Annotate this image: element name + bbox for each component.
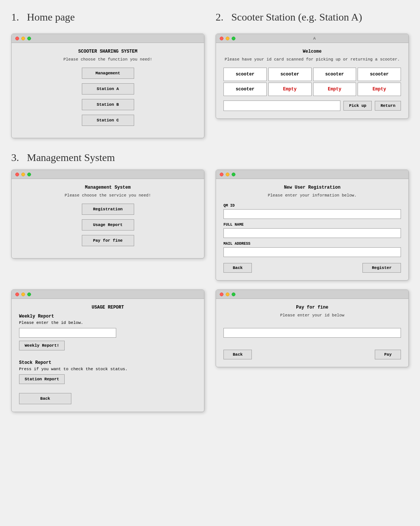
reg-actions: Back Register	[223, 263, 401, 273]
management-button[interactable]: Management	[82, 68, 134, 79]
usage-titlebar	[12, 290, 204, 299]
scooter-cell-7[interactable]: Empty	[313, 83, 356, 96]
return-button[interactable]: Return	[375, 101, 401, 111]
scooter-cell-6[interactable]: Empty	[268, 83, 312, 96]
home-subtitle: Please choose the function you need!	[19, 57, 197, 62]
home-title: SCOOTER SHARING SYSTEM	[19, 49, 197, 54]
usage-back-button[interactable]: Back	[19, 393, 71, 404]
mgmt-title: Management System	[19, 185, 197, 190]
reg-red-light[interactable]	[220, 173, 223, 176]
scooter-cell-5[interactable]: scooter	[223, 83, 267, 96]
station-titlebar-text: A	[224, 36, 405, 41]
qm-id-label: QM ID	[223, 204, 401, 208]
usage-title: USAGE REPORT	[19, 305, 197, 310]
pay-green-light[interactable]	[232, 293, 235, 296]
red-light[interactable]	[15, 37, 19, 40]
reg-green-light[interactable]	[232, 173, 235, 176]
mgmt-yellow-light[interactable]	[21, 173, 25, 176]
home-titlebar	[12, 34, 204, 43]
section-3-number: 3.	[11, 152, 19, 163]
scooter-cell-1[interactable]: scooter	[223, 68, 267, 81]
usage-yellow-light[interactable]	[21, 293, 25, 296]
reg-back-button[interactable]: Back	[223, 263, 252, 273]
pay-id-input[interactable]	[223, 328, 401, 338]
usage-green-light[interactable]	[27, 293, 31, 296]
station-window: A Welcome Please have your id card scann…	[216, 34, 409, 119]
reg-title: New User Registration	[223, 185, 401, 190]
pay-pay-button[interactable]: Pay	[375, 350, 401, 359]
yellow-light[interactable]	[21, 37, 25, 40]
reg-register-button[interactable]: Register	[362, 263, 401, 273]
mgmt-titlebar	[12, 170, 204, 179]
section-3-title: 3. Management System	[11, 152, 409, 164]
section-1-title: 1. Home page	[11, 11, 204, 23]
pickup-button[interactable]: Pick up	[343, 101, 372, 111]
scooter-grid: scooter scooter scooter scooter scooter …	[223, 68, 401, 96]
weekly-report-desc: Please enter the id below.	[19, 321, 197, 325]
weekly-report-button[interactable]: Weekly Report!	[19, 341, 65, 350]
stock-report-section: Stock Report Press if you want to check …	[19, 360, 197, 390]
stock-report-title: Stock Report	[19, 360, 197, 365]
pay-fine-window: Pay for fine Please enter your id below …	[216, 290, 409, 367]
station-titlebar: A	[216, 34, 408, 43]
mgmt-red-light[interactable]	[15, 173, 19, 176]
pay-yellow-light[interactable]	[226, 293, 229, 296]
station-id-input[interactable]	[223, 100, 340, 111]
pay-red-light[interactable]	[220, 293, 223, 296]
registration-window: New User Registration Please enter your …	[216, 170, 409, 281]
weekly-report-section: Weekly Report Please enter the id below.…	[19, 314, 197, 356]
mgmt-green-light[interactable]	[27, 173, 31, 176]
pay-titlebar	[216, 290, 408, 299]
green-light[interactable]	[27, 37, 31, 40]
full-name-label: FULL NAME	[223, 223, 401, 227]
reg-subtitle: Please enter your information below.	[223, 193, 401, 198]
full-name-input[interactable]	[223, 228, 401, 238]
registration-button[interactable]: Registration	[82, 204, 134, 215]
station-actions: Pick up Return	[223, 100, 401, 111]
reg-yellow-light[interactable]	[226, 173, 229, 176]
station-red-light[interactable]	[220, 37, 223, 40]
pay-subtitle: Please enter your id below	[223, 313, 401, 318]
usage-red-light[interactable]	[15, 293, 19, 296]
scooter-cell-3[interactable]: scooter	[313, 68, 356, 81]
scooter-cell-2[interactable]: scooter	[268, 68, 312, 81]
section-1-number: 1.	[11, 11, 19, 23]
weekly-report-input[interactable]	[19, 328, 116, 338]
pay-back-button[interactable]: Back	[223, 350, 252, 359]
mail-address-input[interactable]	[223, 247, 401, 257]
usage-back-section: Back	[19, 393, 197, 404]
section-2-number: 2.	[216, 11, 223, 23]
scooter-cell-4[interactable]: scooter	[358, 68, 401, 81]
station-subtitle: Please have your id card scanned for pic…	[223, 57, 401, 62]
mgmt-subtitle: Please choose the service you need!	[19, 193, 197, 198]
station-report-button[interactable]: Station Report	[19, 374, 65, 384]
mail-address-label: MAIL ADDRESS	[223, 242, 401, 246]
qm-id-input[interactable]	[223, 209, 401, 219]
management-window: Management System Please choose the serv…	[11, 170, 204, 259]
station-c-button[interactable]: Station C	[82, 115, 134, 126]
station-a-button[interactable]: Station A	[82, 83, 134, 95]
pay-title: Pay for fine	[223, 305, 401, 310]
scooter-cell-8[interactable]: Empty	[358, 83, 401, 96]
pay-fine-button[interactable]: Pay for fine	[82, 235, 134, 246]
section-2-title: 2. Scooter Station (e.g. Station A)	[216, 11, 409, 23]
section-3-label: Management System	[27, 152, 115, 163]
home-window: SCOOTER SHARING SYSTEM Please choose the…	[11, 34, 204, 138]
usage-report-button[interactable]: Usage Report	[82, 219, 134, 230]
section-1-label: Home page	[27, 11, 75, 23]
reg-titlebar	[216, 170, 408, 179]
stock-report-desc: Press if you want to check the stock sta…	[19, 367, 197, 371]
station-b-button[interactable]: Station B	[82, 99, 134, 110]
weekly-report-title: Weekly Report	[19, 314, 197, 319]
usage-report-window: USAGE REPORT Weekly Report Please enter …	[11, 290, 204, 412]
pay-actions: Back Pay	[223, 350, 401, 359]
section-2-label: Scooter Station (e.g. Station A)	[231, 11, 362, 23]
station-title: Welcome	[223, 49, 401, 54]
